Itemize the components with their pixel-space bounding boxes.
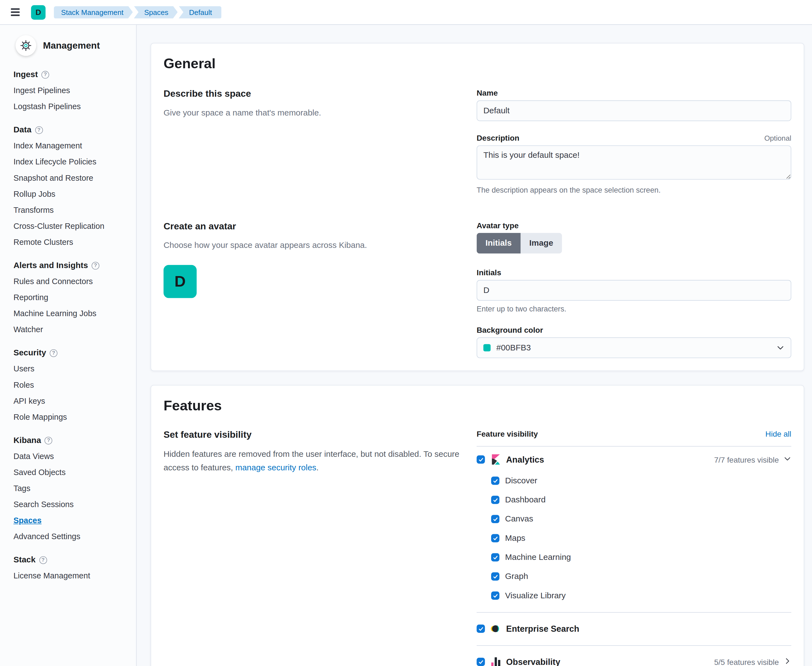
feature-label-observability: Observability bbox=[506, 657, 560, 666]
sidebar-item-saved-objects[interactable]: Saved Objects bbox=[13, 468, 131, 477]
feature-visibility-description: Hidden features are removed from the use… bbox=[163, 448, 467, 475]
feature-row-discover: Discover bbox=[491, 471, 791, 491]
avatar-type-initials-button[interactable]: Initials bbox=[477, 233, 521, 254]
background-color-block: Background color #00BFB3 bbox=[477, 326, 791, 358]
feature-visibility-label: Feature visibility bbox=[477, 429, 538, 438]
graph-checkbox[interactable] bbox=[491, 572, 499, 580]
sidebar-item-index-management[interactable]: Index Management bbox=[13, 141, 131, 151]
describe-space-description: Give your space a name that's memorable. bbox=[163, 107, 467, 119]
analytics-sub-features: Discover Dashboard Canvas bbox=[491, 471, 791, 605]
machine-learning-checkbox[interactable] bbox=[491, 553, 499, 562]
observability-accordion-toggle[interactable]: 5/5 features visible bbox=[714, 657, 791, 666]
question-circle-icon: ? bbox=[39, 556, 47, 564]
breadcrumb-stack-management[interactable]: Stack Management bbox=[54, 6, 133, 18]
kibana-analytics-logo-icon bbox=[490, 454, 501, 465]
space-avatar-preview: D bbox=[163, 265, 197, 298]
management-sidebar: Management Ingest? Ingest Pipelines Logs… bbox=[0, 25, 137, 666]
avatar-type-image-button[interactable]: Image bbox=[520, 233, 562, 254]
analytics-accordion-toggle[interactable]: 7/7 features visible bbox=[714, 455, 791, 465]
feature-row-canvas: Canvas bbox=[491, 509, 791, 529]
sidebar-item-remote-clusters[interactable]: Remote Clusters bbox=[13, 237, 131, 247]
sidebar-item-tags[interactable]: Tags bbox=[13, 484, 131, 493]
sidebar-item-search-sessions[interactable]: Search Sessions bbox=[13, 500, 131, 509]
breadcrumb-spaces[interactable]: Spaces bbox=[134, 6, 178, 18]
chevron-down-icon bbox=[776, 343, 785, 352]
description-help-text: The description appears on the space sel… bbox=[477, 186, 791, 194]
describe-space-heading: Describe this space bbox=[163, 89, 467, 99]
set-feature-visibility-heading: Set feature visibility bbox=[163, 429, 467, 440]
manage-security-roles-link[interactable]: manage security roles bbox=[235, 463, 316, 472]
sidebar-item-watcher[interactable]: Watcher bbox=[13, 325, 131, 335]
sidebar-item-rules-and-connectors[interactable]: Rules and Connectors bbox=[13, 277, 131, 286]
chevron-right-icon bbox=[784, 657, 791, 666]
sidebar-item-logstash-pipelines[interactable]: Logstash Pipelines bbox=[13, 102, 131, 111]
sidebar-item-rollup-jobs[interactable]: Rollup Jobs bbox=[13, 189, 131, 199]
sidebar-item-license-management[interactable]: License Management bbox=[13, 571, 131, 580]
question-circle-icon: ? bbox=[41, 71, 49, 79]
main-content: General Describe this space Give your sp… bbox=[137, 25, 812, 666]
question-circle-icon: ? bbox=[50, 349, 58, 357]
analytics-checkbox[interactable] bbox=[477, 455, 485, 464]
breadcrumb-default[interactable]: Default bbox=[179, 6, 221, 18]
question-circle-icon: ? bbox=[45, 436, 53, 444]
sidebar-item-users[interactable]: Users bbox=[13, 364, 131, 374]
hide-all-link[interactable]: Hide all bbox=[765, 429, 791, 438]
sidebar-item-data-views[interactable]: Data Views bbox=[13, 452, 131, 461]
feature-row-machine-learning: Machine Learning bbox=[491, 548, 791, 567]
question-circle-icon: ? bbox=[91, 262, 99, 269]
sidebar-item-index-lifecycle-policies[interactable]: Index Lifecycle Policies bbox=[13, 157, 131, 166]
enterprise-search-logo-icon bbox=[490, 623, 501, 634]
menu-icon[interactable] bbox=[7, 4, 24, 20]
space-avatar-badge[interactable]: D bbox=[31, 5, 45, 19]
visualize-library-checkbox[interactable] bbox=[491, 592, 499, 600]
sidebar-item-snapshot-and-restore[interactable]: Snapshot and Restore bbox=[13, 173, 131, 183]
sidebar-item-role-mappings[interactable]: Role Mappings bbox=[13, 412, 131, 422]
initials-label: Initials bbox=[477, 268, 791, 277]
background-color-label: Background color bbox=[477, 326, 791, 335]
dashboard-checkbox[interactable] bbox=[491, 496, 499, 504]
sidebar-group-ingest: Ingest? Ingest Pipelines Logstash Pipeli… bbox=[13, 70, 131, 111]
breadcrumb: Stack Management Spaces Default bbox=[54, 6, 223, 18]
sidebar-item-ingest-pipelines[interactable]: Ingest Pipelines bbox=[13, 86, 131, 96]
sidebar-item-reporting[interactable]: Reporting bbox=[13, 293, 131, 302]
description-label: Description bbox=[477, 134, 520, 142]
canvas-checkbox[interactable] bbox=[491, 515, 499, 523]
feature-label-enterprise-search: Enterprise Search bbox=[506, 624, 579, 634]
group-label: Data bbox=[13, 125, 31, 135]
sidebar-item-api-keys[interactable]: API keys bbox=[13, 396, 131, 406]
enterprise-search-checkbox[interactable] bbox=[477, 625, 485, 633]
create-avatar-heading: Create an avatar bbox=[163, 221, 467, 232]
sidebar-nav: Ingest? Ingest Pipelines Logstash Pipeli… bbox=[0, 70, 131, 580]
feature-label-graph: Graph bbox=[505, 572, 528, 581]
analytics-feature-count: 7/7 features visible bbox=[714, 455, 779, 464]
sidebar-item-spaces[interactable]: Spaces bbox=[13, 516, 131, 525]
sidebar-item-advanced-settings[interactable]: Advanced Settings bbox=[13, 532, 131, 541]
divider bbox=[477, 612, 791, 613]
color-swatch bbox=[484, 344, 490, 351]
sidebar-item-roles[interactable]: Roles bbox=[13, 380, 131, 390]
observability-checkbox[interactable] bbox=[477, 658, 485, 666]
sidebar-item-transforms[interactable]: Transforms bbox=[13, 205, 131, 215]
feature-row-maps: Maps bbox=[491, 529, 791, 548]
feature-row-observability: Observability 5/5 features visible bbox=[477, 652, 791, 666]
initials-input[interactable] bbox=[477, 280, 791, 301]
description-textarea[interactable]: This is your default space! bbox=[477, 145, 791, 180]
sidebar-item-machine-learning-jobs[interactable]: Machine Learning Jobs bbox=[13, 309, 131, 318]
name-field-block: Name bbox=[477, 89, 791, 121]
feature-row-analytics: Analytics 7/7 features visible bbox=[477, 447, 791, 471]
avatar-type-button-group: Initials Image bbox=[477, 233, 562, 254]
name-input[interactable] bbox=[477, 100, 791, 121]
description-field-block: Description Optional This is your defaul… bbox=[477, 134, 791, 194]
discover-checkbox[interactable] bbox=[491, 477, 499, 485]
sidebar-group-alerts-insights: Alerts and Insights? Rules and Connector… bbox=[13, 261, 131, 335]
background-color-value: #00BFB3 bbox=[497, 343, 531, 352]
maps-checkbox[interactable] bbox=[491, 534, 499, 542]
features-panel: Features Set feature visibility Hidden f… bbox=[151, 385, 804, 666]
sidebar-title: Management bbox=[43, 40, 100, 51]
feature-row-enterprise-search: Enterprise Search bbox=[477, 619, 791, 639]
background-color-select[interactable]: #00BFB3 bbox=[477, 338, 791, 358]
sidebar-item-cross-cluster-replication[interactable]: Cross-Cluster Replication bbox=[13, 221, 131, 231]
feature-label-machine-learning: Machine Learning bbox=[505, 553, 571, 562]
feature-row-visualize-library: Visualize Library bbox=[491, 587, 791, 605]
feature-label-canvas: Canvas bbox=[505, 514, 533, 524]
